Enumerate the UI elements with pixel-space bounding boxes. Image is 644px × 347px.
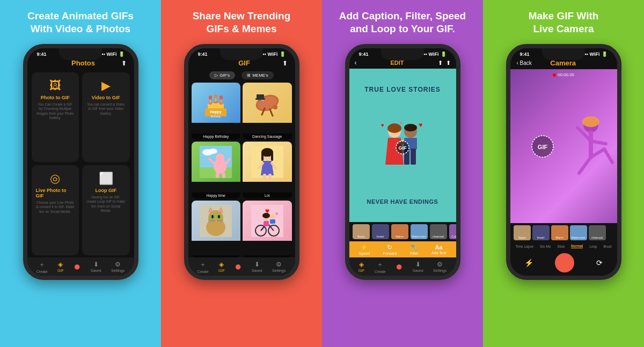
svg-point-10 [219, 95, 223, 100]
nav-settings-3[interactable]: ⚙Settings [433, 261, 447, 272]
tool-speed[interactable]: ⚡Speed [359, 243, 370, 255]
gif-love[interactable]: ♥ ♥ [243, 201, 292, 257]
nav-create-1[interactable]: ＋Create [36, 260, 48, 274]
phone-1: 9:41 ▪▪▪ WiFi 🔋 Photos ⬆ 🖼 Photo to GIF … [23, 44, 138, 280]
phone-4: 9:41 ▪▪▪ WiFi 🔋 ‹ Back Camera 00:00:20 [506, 44, 621, 280]
svg-rect-37 [271, 151, 273, 161]
tool-forward[interactable]: ↻Forward [383, 243, 397, 255]
wifi-4: WiFi [590, 51, 600, 57]
gif-cat[interactable] [192, 201, 241, 257]
filter-warm[interactable]: Warm [391, 224, 408, 239]
sausage-illustration [251, 87, 283, 119]
nav-gif-1[interactable]: ◈GIF [57, 261, 64, 272]
nav-record-1[interactable]: ● [74, 260, 80, 274]
nav-gif-3[interactable]: ◈GIF [358, 261, 365, 272]
rec-dot [553, 73, 556, 77]
tab-memes[interactable]: ⊞ MEME's [241, 71, 274, 79]
p1-upload-icon[interactable]: ⬆ [121, 60, 127, 67]
filter-charcoal[interactable]: charcoal [430, 224, 447, 239]
tab-gifs-icon: ▷ [215, 73, 218, 78]
panel-3: Add Caption, Filter, Speedand Loop to Yo… [322, 0, 483, 347]
nav-record-3[interactable]: ● [396, 260, 402, 274]
gif-happytime[interactable]: Happy time [192, 142, 241, 198]
nav-saved-2[interactable]: ⬇Saved [252, 261, 262, 272]
nav-saved-3[interactable]: ⬇Saved [413, 261, 423, 272]
filter-invert[interactable]: Invert [372, 224, 389, 239]
time-3: 9:41 [359, 51, 369, 57]
p4-back-btn[interactable]: ‹ Back [517, 60, 532, 66]
cam-controls: ⚡ ⟳ [510, 250, 617, 276]
panel-1-title: Create Animated GIFsWith Video & Photos [27, 10, 134, 36]
grid-cell-video[interactable]: ▶ Video to GIF You can convert a Video t… [82, 72, 130, 162]
nav-saved-1[interactable]: ⬇Saved [91, 261, 101, 272]
panel-4-title: Make GIF WithLive Camera [529, 10, 599, 36]
filter-sepia[interactable]: Sepia [353, 224, 370, 239]
mode-brust[interactable]: Brust [603, 245, 611, 248]
mode-normal[interactable]: Normal [571, 244, 583, 248]
tool-addtext[interactable]: AaAdd Text [431, 244, 446, 255]
cam-filter-charcoal[interactable]: charcoal [589, 225, 606, 240]
cam-filter-warm[interactable]: Warm [551, 225, 568, 240]
cam-filter-invert[interactable]: Invert [532, 225, 550, 240]
p3-back-btn[interactable]: ‹ [355, 59, 357, 67]
svg-line-95 [604, 149, 612, 163]
tool-filter[interactable]: 🔧Filter [410, 243, 419, 255]
nav-create-2[interactable]: ＋Create [197, 260, 209, 274]
p2-header-title: GIF [207, 59, 282, 67]
grid-cell-photo[interactable]: 🖼 Photo to GIF You Can Create a GIF by C… [32, 72, 79, 162]
loop-desc: Having fun on GIF, create Loop GIF to ma… [86, 195, 126, 213]
svg-text:♥: ♥ [265, 206, 269, 215]
grid-cell-loop[interactable]: ⬜ Loop GIF Having fun on GIF, create Loo… [82, 165, 130, 255]
p3-share-icon[interactable]: ⬆ [438, 60, 443, 67]
svg-text:♥: ♥ [400, 121, 402, 125]
mode-slow[interactable]: Slow [557, 245, 565, 248]
cam-filter-watercolor[interactable]: Watercolor [570, 225, 587, 240]
gif-birthday[interactable]: Happy Birthday Happy Birthday [192, 83, 241, 139]
time-4: 9:41 [520, 51, 530, 57]
p2-header: GIF ⬆ [188, 58, 295, 69]
rec-time: 00:00:20 [558, 72, 574, 77]
cam-record-btn[interactable] [555, 253, 574, 272]
photo-label: Photo to GIF [41, 95, 70, 100]
cam-filter-sepia[interactable]: Sepia [514, 225, 531, 240]
dancer-illustration: GIF [510, 98, 617, 195]
phone-3: 9:41 ▪▪▪ WiFi 🔋 ‹ EDIT ⬆ ⬆ TRUE LOVE STO… [345, 44, 460, 280]
filter-cubic[interactable]: Cubic Art [449, 224, 456, 239]
grid-cell-live[interactable]: ◎ Live Photo to GIF Choose your Live Pho… [32, 165, 79, 255]
gif-lol[interactable]: Lol [243, 142, 292, 198]
phone-2: 9:41 ▪▪▪ WiFi 🔋 GIF ⬆ ▷ GIF's ⊞ [184, 44, 299, 280]
p3-export-icon[interactable]: ⬆ [446, 60, 451, 67]
p3-toolbar: ⚡Speed ↻Forward 🔧Filter AaAdd Text [349, 241, 456, 257]
svg-point-54 [212, 215, 214, 218]
mode-loop[interactable]: Loop [589, 245, 597, 248]
nav-settings-2[interactable]: ⚙Settings [272, 261, 286, 272]
nav-settings-1[interactable]: ⚙Settings [111, 261, 125, 272]
svg-text:GIF: GIF [399, 145, 407, 151]
time-1: 9:41 [37, 51, 47, 57]
p2-tabs: ▷ GIF's ⊞ MEME's [188, 69, 295, 83]
nav-gif-2[interactable]: ◈GIF [218, 261, 225, 272]
gif-sausage[interactable]: Dancing Sausage [243, 83, 292, 139]
svg-rect-31 [216, 173, 219, 178]
cam-flash-btn[interactable]: ⚡ [524, 259, 533, 267]
p2-upload-icon[interactable]: ⬆ [282, 60, 288, 67]
cam-flip-btn[interactable]: ⟳ [596, 259, 603, 267]
svg-line-92 [591, 141, 606, 144]
photo-desc: You Can Create a GIF by Choosing Multipl… [36, 102, 75, 121]
mode-timelapse[interactable]: Time Lapse [515, 245, 533, 248]
svg-rect-85 [411, 149, 416, 165]
panel-2-title: Share New TrendingGIFs & Memes [193, 10, 291, 36]
nav-create-3[interactable]: ＋Create [375, 260, 386, 274]
tab-gifs[interactable]: ▷ GIF's [209, 71, 235, 79]
nav-record-2[interactable]: ● [235, 260, 241, 274]
couple-illustration: ♥ ♥ ♥ GIF [370, 116, 435, 175]
svg-point-47 [208, 210, 223, 225]
birthday-illustration: Happy Birthday [200, 87, 232, 119]
mode-slomo[interactable]: Slo-Mo [540, 245, 551, 248]
panel-2: Share New TrendingGIFs & Memes 9:41 ▪▪▪ … [161, 0, 322, 347]
filter-watercolor[interactable]: Watercolor [411, 224, 428, 239]
p3-filter-strip: Sepia Invert Warm Watercolor charcoal Cu… [349, 222, 456, 241]
battery-2: 🔋 [280, 51, 286, 57]
p3-nav: ◈GIF ＋Create ● ⬇Saved ⚙Settings [349, 257, 456, 276]
cat-illustration [200, 205, 232, 237]
